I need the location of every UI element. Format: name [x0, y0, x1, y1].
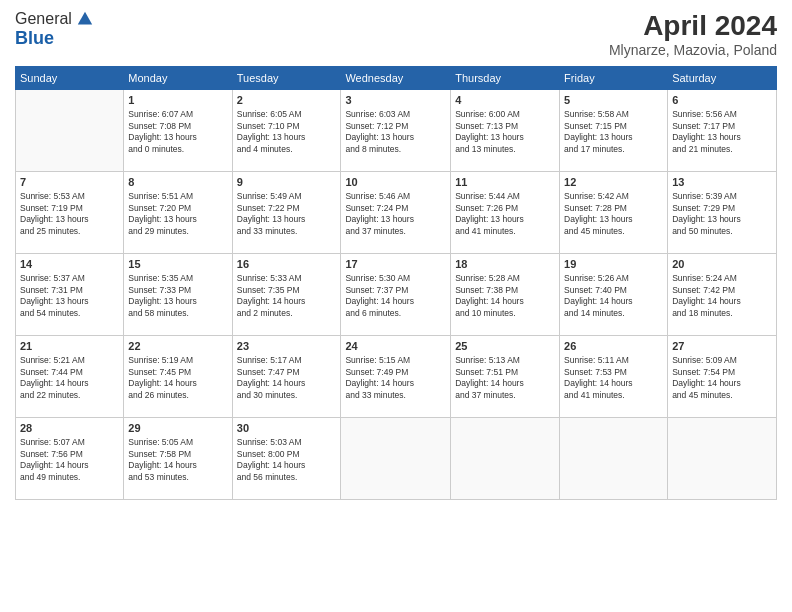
- day-info: Sunrise: 5:39 AM Sunset: 7:29 PM Dayligh…: [672, 191, 772, 237]
- day-number: 12: [564, 175, 663, 190]
- day-number: 28: [20, 421, 119, 436]
- table-row: 7Sunrise: 5:53 AM Sunset: 7:19 PM Daylig…: [16, 172, 124, 254]
- page-header: General Blue April 2024 Mlynarze, Mazovi…: [15, 10, 777, 58]
- logo: General Blue: [15, 10, 94, 49]
- day-info: Sunrise: 5:44 AM Sunset: 7:26 PM Dayligh…: [455, 191, 555, 237]
- day-number: 9: [237, 175, 337, 190]
- col-tuesday: Tuesday: [232, 67, 341, 90]
- table-row: 15Sunrise: 5:35 AM Sunset: 7:33 PM Dayli…: [124, 254, 232, 336]
- svg-marker-0: [78, 12, 92, 25]
- col-friday: Friday: [560, 67, 668, 90]
- logo-blue-text: Blue: [15, 28, 54, 48]
- calendar-week-row: 28Sunrise: 5:07 AM Sunset: 7:56 PM Dayli…: [16, 418, 777, 500]
- day-info: Sunrise: 5:56 AM Sunset: 7:17 PM Dayligh…: [672, 109, 772, 155]
- day-info: Sunrise: 5:51 AM Sunset: 7:20 PM Dayligh…: [128, 191, 227, 237]
- table-row: [16, 90, 124, 172]
- table-row: 28Sunrise: 5:07 AM Sunset: 7:56 PM Dayli…: [16, 418, 124, 500]
- table-row: 8Sunrise: 5:51 AM Sunset: 7:20 PM Daylig…: [124, 172, 232, 254]
- calendar-week-row: 1Sunrise: 6:07 AM Sunset: 7:08 PM Daylig…: [16, 90, 777, 172]
- title-block: April 2024 Mlynarze, Mazovia, Poland: [609, 10, 777, 58]
- day-number: 15: [128, 257, 227, 272]
- day-info: Sunrise: 5:33 AM Sunset: 7:35 PM Dayligh…: [237, 273, 337, 319]
- day-number: 10: [345, 175, 446, 190]
- day-info: Sunrise: 5:58 AM Sunset: 7:15 PM Dayligh…: [564, 109, 663, 155]
- col-thursday: Thursday: [451, 67, 560, 90]
- day-info: Sunrise: 5:19 AM Sunset: 7:45 PM Dayligh…: [128, 355, 227, 401]
- table-row: 30Sunrise: 5:03 AM Sunset: 8:00 PM Dayli…: [232, 418, 341, 500]
- day-number: 23: [237, 339, 337, 354]
- table-row: 4Sunrise: 6:00 AM Sunset: 7:13 PM Daylig…: [451, 90, 560, 172]
- day-number: 22: [128, 339, 227, 354]
- table-row: [341, 418, 451, 500]
- day-number: 30: [237, 421, 337, 436]
- day-info: Sunrise: 5:49 AM Sunset: 7:22 PM Dayligh…: [237, 191, 337, 237]
- day-info: Sunrise: 5:35 AM Sunset: 7:33 PM Dayligh…: [128, 273, 227, 319]
- day-info: Sunrise: 5:03 AM Sunset: 8:00 PM Dayligh…: [237, 437, 337, 483]
- col-wednesday: Wednesday: [341, 67, 451, 90]
- table-row: 25Sunrise: 5:13 AM Sunset: 7:51 PM Dayli…: [451, 336, 560, 418]
- table-row: 10Sunrise: 5:46 AM Sunset: 7:24 PM Dayli…: [341, 172, 451, 254]
- table-row: 20Sunrise: 5:24 AM Sunset: 7:42 PM Dayli…: [668, 254, 777, 336]
- table-row: 19Sunrise: 5:26 AM Sunset: 7:40 PM Dayli…: [560, 254, 668, 336]
- day-number: 6: [672, 93, 772, 108]
- table-row: 23Sunrise: 5:17 AM Sunset: 7:47 PM Dayli…: [232, 336, 341, 418]
- table-row: 27Sunrise: 5:09 AM Sunset: 7:54 PM Dayli…: [668, 336, 777, 418]
- table-row: 26Sunrise: 5:11 AM Sunset: 7:53 PM Dayli…: [560, 336, 668, 418]
- day-info: Sunrise: 5:17 AM Sunset: 7:47 PM Dayligh…: [237, 355, 337, 401]
- table-row: 24Sunrise: 5:15 AM Sunset: 7:49 PM Dayli…: [341, 336, 451, 418]
- day-number: 19: [564, 257, 663, 272]
- logo-general-text: General: [15, 10, 72, 28]
- day-info: Sunrise: 5:28 AM Sunset: 7:38 PM Dayligh…: [455, 273, 555, 319]
- col-saturday: Saturday: [668, 67, 777, 90]
- day-number: 29: [128, 421, 227, 436]
- day-info: Sunrise: 6:07 AM Sunset: 7:08 PM Dayligh…: [128, 109, 227, 155]
- table-row: 17Sunrise: 5:30 AM Sunset: 7:37 PM Dayli…: [341, 254, 451, 336]
- day-number: 14: [20, 257, 119, 272]
- day-info: Sunrise: 6:05 AM Sunset: 7:10 PM Dayligh…: [237, 109, 337, 155]
- day-number: 13: [672, 175, 772, 190]
- day-number: 25: [455, 339, 555, 354]
- table-row: [451, 418, 560, 500]
- day-info: Sunrise: 5:09 AM Sunset: 7:54 PM Dayligh…: [672, 355, 772, 401]
- location: Mlynarze, Mazovia, Poland: [609, 42, 777, 58]
- day-number: 1: [128, 93, 227, 108]
- table-row: [560, 418, 668, 500]
- calendar-header-row: Sunday Monday Tuesday Wednesday Thursday…: [16, 67, 777, 90]
- table-row: 2Sunrise: 6:05 AM Sunset: 7:10 PM Daylig…: [232, 90, 341, 172]
- calendar-table: Sunday Monday Tuesday Wednesday Thursday…: [15, 66, 777, 500]
- table-row: 3Sunrise: 6:03 AM Sunset: 7:12 PM Daylig…: [341, 90, 451, 172]
- day-number: 24: [345, 339, 446, 354]
- day-info: Sunrise: 5:46 AM Sunset: 7:24 PM Dayligh…: [345, 191, 446, 237]
- table-row: 9Sunrise: 5:49 AM Sunset: 7:22 PM Daylig…: [232, 172, 341, 254]
- day-number: 8: [128, 175, 227, 190]
- day-info: Sunrise: 5:26 AM Sunset: 7:40 PM Dayligh…: [564, 273, 663, 319]
- col-sunday: Sunday: [16, 67, 124, 90]
- day-info: Sunrise: 5:15 AM Sunset: 7:49 PM Dayligh…: [345, 355, 446, 401]
- day-info: Sunrise: 5:11 AM Sunset: 7:53 PM Dayligh…: [564, 355, 663, 401]
- calendar-week-row: 21Sunrise: 5:21 AM Sunset: 7:44 PM Dayli…: [16, 336, 777, 418]
- logo-icon: [76, 10, 94, 28]
- table-row: [668, 418, 777, 500]
- day-number: 3: [345, 93, 446, 108]
- day-number: 16: [237, 257, 337, 272]
- day-info: Sunrise: 5:21 AM Sunset: 7:44 PM Dayligh…: [20, 355, 119, 401]
- day-info: Sunrise: 5:13 AM Sunset: 7:51 PM Dayligh…: [455, 355, 555, 401]
- day-number: 11: [455, 175, 555, 190]
- day-number: 20: [672, 257, 772, 272]
- day-number: 21: [20, 339, 119, 354]
- day-number: 27: [672, 339, 772, 354]
- table-row: 14Sunrise: 5:37 AM Sunset: 7:31 PM Dayli…: [16, 254, 124, 336]
- col-monday: Monday: [124, 67, 232, 90]
- day-info: Sunrise: 6:03 AM Sunset: 7:12 PM Dayligh…: [345, 109, 446, 155]
- day-info: Sunrise: 5:05 AM Sunset: 7:58 PM Dayligh…: [128, 437, 227, 483]
- table-row: 1Sunrise: 6:07 AM Sunset: 7:08 PM Daylig…: [124, 90, 232, 172]
- table-row: 11Sunrise: 5:44 AM Sunset: 7:26 PM Dayli…: [451, 172, 560, 254]
- calendar-week-row: 7Sunrise: 5:53 AM Sunset: 7:19 PM Daylig…: [16, 172, 777, 254]
- month-title: April 2024: [609, 10, 777, 42]
- day-number: 26: [564, 339, 663, 354]
- table-row: 16Sunrise: 5:33 AM Sunset: 7:35 PM Dayli…: [232, 254, 341, 336]
- table-row: 12Sunrise: 5:42 AM Sunset: 7:28 PM Dayli…: [560, 172, 668, 254]
- day-info: Sunrise: 5:37 AM Sunset: 7:31 PM Dayligh…: [20, 273, 119, 319]
- day-info: Sunrise: 5:53 AM Sunset: 7:19 PM Dayligh…: [20, 191, 119, 237]
- day-info: Sunrise: 6:00 AM Sunset: 7:13 PM Dayligh…: [455, 109, 555, 155]
